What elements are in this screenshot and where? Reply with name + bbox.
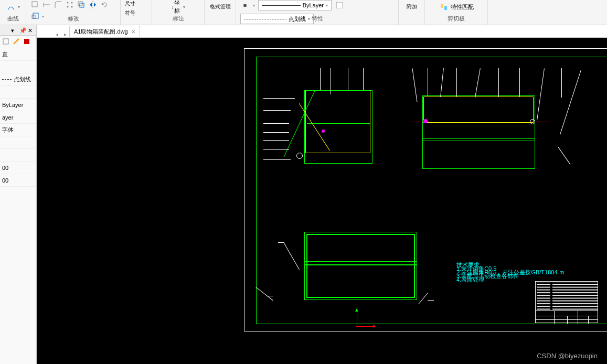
svg-point-1: [67, 2, 69, 4]
curve-tool-icon[interactable]: [6, 2, 16, 12]
cad-edge: [422, 141, 535, 141]
tab-prev-icon[interactable]: ◂: [52, 31, 61, 37]
prop-row-v1[interactable]: 00: [0, 162, 36, 174]
fillet-icon[interactable]: [54, 0, 63, 9]
prop-row-layer[interactable]: ayer: [0, 111, 36, 124]
attach-label: 附加: [407, 3, 417, 10]
ribbon-group-annotate: ↓坐标 ▾ 标注: [152, 0, 205, 25]
leader: [263, 123, 289, 124]
svg-rect-6: [80, 3, 84, 7]
prop-row-linetype[interactable]: 点划线: [0, 73, 36, 86]
ribbon-label-annotate: 标注: [173, 15, 184, 23]
drawing-canvas[interactable]: 技术要求 1.未注倒角C0.5 2.未注圆角R0.5，未注公差按GB/T1804…: [37, 38, 607, 364]
color-icon[interactable]: [335, 1, 344, 10]
close-icon[interactable]: ✕: [28, 27, 34, 34]
prop-font-text: 字体: [2, 126, 14, 134]
linetype-preview: [2, 79, 12, 80]
ribbon-group-curve: ▾ 曲线: [0, 0, 26, 25]
ribbon-spacer: [411, 15, 412, 21]
linetype-dashdot-dropdown[interactable]: 点划线 ▾: [240, 14, 314, 24]
coord-icon[interactable]: ↓坐标: [172, 2, 181, 12]
prop-row-bylayer[interactable]: ByLayer: [0, 99, 36, 111]
leader: [348, 68, 348, 90]
array-icon[interactable]: [65, 0, 74, 9]
ribbon-group-modify: ▾ 修改: [26, 0, 121, 25]
pin-icon[interactable]: 📌: [19, 27, 26, 34]
tb-line: [554, 311, 555, 324]
scale-icon[interactable]: [30, 12, 40, 21]
offset-icon[interactable]: [77, 0, 86, 9]
tool2-icon[interactable]: [13, 38, 20, 46]
tab-filename: A1取物箱装配图.dwg: [74, 28, 128, 36]
technical-notes: 技术要求 1.未注倒角C0.5 2.未注圆角R0.5，未注公差按GB/T1804…: [456, 263, 564, 282]
prop-row-4[interactable]: [0, 149, 36, 162]
ribbon-group-clipboard: 特性匹配 剪切板: [425, 0, 488, 25]
leader: [263, 132, 289, 133]
match-properties-icon[interactable]: [439, 2, 449, 12]
ribbon-spacer: [135, 15, 137, 21]
ribbon-spacer: [219, 15, 221, 21]
leader: [428, 68, 428, 95]
prop-row-0[interactable]: [0, 48, 36, 61]
pivot-magenta: [423, 119, 428, 123]
prop-v2-text: 00: [2, 177, 8, 184]
bom-rows: [537, 282, 550, 310]
tb-line: [588, 316, 589, 324]
prop-input-0[interactable]: [2, 51, 34, 58]
symbol-label: 符号: [125, 9, 135, 17]
title-block: [535, 281, 598, 323]
prop-row-font[interactable]: 字体: [0, 124, 36, 136]
cad-edge: [304, 261, 417, 262]
document-tab[interactable]: A1取物箱装配图.dwg ✕: [69, 26, 140, 37]
ribbon-label-curve: 曲线: [7, 15, 19, 23]
ucs-y-arrow: [355, 308, 358, 312]
svg-rect-7: [32, 15, 35, 18]
tool3-icon[interactable]: [23, 38, 30, 46]
bom-rows: [552, 282, 598, 310]
svg-point-4: [71, 6, 73, 8]
leader: [428, 300, 434, 301]
leader: [363, 68, 364, 90]
svg-rect-9: [336, 2, 343, 8]
prop-v1-text: 00: [2, 165, 8, 171]
tb-line: [567, 316, 568, 324]
tab-next-icon[interactable]: ▸: [61, 31, 69, 37]
prop-row-3[interactable]: [0, 136, 36, 149]
svg-rect-8: [33, 13, 38, 18]
ribbon-label-modify: 修改: [68, 15, 79, 23]
linetype-dashdot-text: 点划线: [289, 15, 306, 23]
ribbon-group-properties: ≡ ▾ ByLayer ▾ 点划线 ▾ 特性: [236, 0, 399, 25]
leader: [561, 68, 562, 98]
linetype-bylayer-dropdown[interactable]: ByLayer ▾: [258, 0, 332, 10]
menu-icon[interactable]: ▾: [11, 27, 17, 34]
dropdown-icon[interactable]: ▾: [42, 14, 44, 19]
ucs-x-axis: [356, 326, 374, 327]
leader: [519, 68, 520, 97]
leader: [263, 149, 289, 150]
dropdown-icon[interactable]: ▾: [18, 5, 20, 9]
trim-icon[interactable]: [30, 0, 40, 9]
svg-rect-11: [444, 6, 447, 10]
linetype-bylayer-text: ByLayer: [303, 2, 324, 8]
prop-row-1[interactable]: [0, 61, 36, 73]
tab-close-icon[interactable]: ✕: [131, 29, 135, 35]
format-mgmt-label: 格式管理: [210, 3, 231, 10]
tb-line: [536, 311, 598, 311]
prop-layer-text: ayer: [2, 114, 13, 121]
tool1-icon[interactable]: [2, 38, 9, 46]
ucs-y-axis: [357, 311, 357, 326]
ribbon-label-properties: 特性: [312, 15, 323, 23]
prop-row-2[interactable]: [0, 86, 36, 99]
svg-rect-5: [78, 2, 82, 6]
extend-icon[interactable]: [42, 0, 51, 9]
prop-row-v2[interactable]: 00: [0, 174, 36, 187]
mirror-icon[interactable]: [88, 0, 98, 9]
prop-linetype-text: 点划线: [14, 76, 31, 83]
properties-panel: ▾ 📌 ✕ 点划线 ByLayer ayer 字体 00 00: [0, 25, 37, 364]
rotate-icon[interactable]: [100, 0, 109, 9]
ribbon-group-fmt: 格式管理: [205, 0, 236, 25]
dropdown-icon[interactable]: ▾: [183, 5, 185, 9]
ribbon-group-dim1: 尺寸 符号: [121, 0, 152, 25]
lineweight-icon[interactable]: ≡: [240, 1, 250, 10]
dropdown-icon[interactable]: ▾: [253, 3, 255, 8]
